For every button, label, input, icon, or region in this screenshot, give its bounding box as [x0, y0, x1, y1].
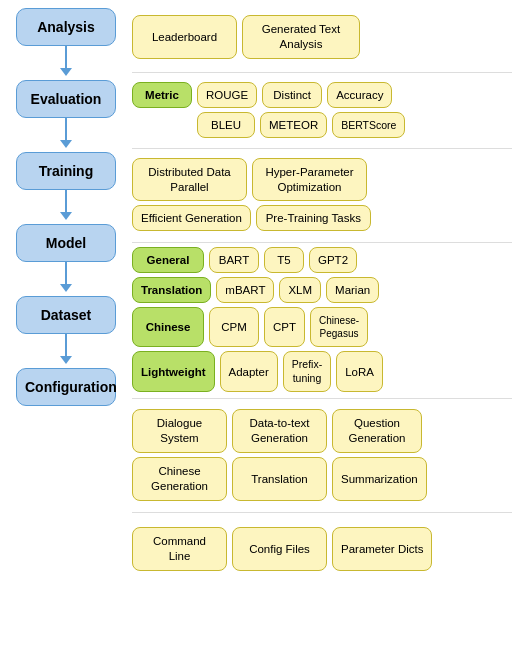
tag-command-line[interactable]: CommandLine — [132, 527, 227, 571]
evaluation-section: Metric ROUGE Distinct Accuracy Metric BL… — [132, 77, 512, 149]
evaluation-row-2: Metric BLEU METEOR BERTScore — [132, 112, 512, 138]
tag-chinese-pegasus[interactable]: Chinese-Pegasus — [310, 307, 368, 347]
tag-hyper-parameter-optimization[interactable]: Hyper-ParameterOptimization — [252, 158, 367, 202]
model-row-1: General BART T5 GPT2 — [132, 247, 512, 273]
dataset-row-1: DialogueSystem Data-to-textGeneration Qu… — [132, 409, 512, 453]
tag-chinese-generation[interactable]: ChineseGeneration — [132, 457, 227, 501]
tag-translation[interactable]: Translation — [132, 277, 211, 303]
tag-distinct[interactable]: Distinct — [262, 82, 322, 108]
left-column: Analysis Evaluation Training Model — [6, 8, 126, 591]
tag-leaderboard[interactable]: Leaderboard — [132, 15, 237, 59]
tag-cpt[interactable]: CPT — [264, 307, 305, 347]
model-row-4: Lightweight Adapter Prefix-tuning LoRA — [132, 351, 512, 392]
tag-lora[interactable]: LoRA — [336, 351, 383, 392]
tag-accuracy[interactable]: Accuracy — [327, 82, 392, 108]
training-row-1: Distributed DataParallel Hyper-Parameter… — [132, 158, 512, 202]
tag-parameter-dicts[interactable]: Parameter Dicts — [332, 527, 432, 571]
tag-t5[interactable]: T5 — [264, 247, 304, 273]
tag-xlm[interactable]: XLM — [279, 277, 321, 303]
arrow — [60, 140, 72, 148]
connector-line — [65, 334, 67, 356]
tag-summarization[interactable]: Summarization — [332, 457, 427, 501]
tag-dialogue-system[interactable]: DialogueSystem — [132, 409, 227, 453]
tag-chinese[interactable]: Chinese — [132, 307, 204, 347]
tag-config-files[interactable]: Config Files — [232, 527, 327, 571]
training-section: Distributed DataParallel Hyper-Parameter… — [132, 153, 512, 243]
tag-meteor[interactable]: METEOR — [260, 112, 327, 138]
arrow — [60, 68, 72, 76]
tag-translation[interactable]: Translation — [232, 457, 327, 501]
tag-cpm[interactable]: CPM — [209, 307, 259, 347]
tag-efficient-generation[interactable]: Efficient Generation — [132, 205, 251, 231]
tag-lightweight[interactable]: Lightweight — [132, 351, 215, 392]
right-column: Leaderboard Generated TextAnalysis Metri… — [132, 8, 512, 591]
model-section: General BART T5 GPT2 Translation mBART X… — [132, 247, 512, 399]
tag-general[interactable]: General — [132, 247, 204, 273]
connector-line — [65, 46, 67, 68]
dataset-section: DialogueSystem Data-to-textGeneration Qu… — [132, 403, 512, 513]
model-row-2: Translation mBART XLM Marian — [132, 277, 512, 303]
analysis-row: Leaderboard Generated TextAnalysis — [132, 15, 512, 59]
analysis-section: Leaderboard Generated TextAnalysis — [132, 8, 512, 73]
analysis-box: Analysis — [16, 8, 116, 46]
model-box: Model — [16, 224, 116, 262]
tag-prefix-tuning[interactable]: Prefix-tuning — [283, 351, 331, 392]
tag-bleu[interactable]: BLEU — [197, 112, 255, 138]
arrow — [60, 212, 72, 220]
connector-line — [65, 118, 67, 140]
configuration-row-1: CommandLine Config Files Parameter Dicts — [132, 527, 512, 571]
tag-mbart[interactable]: mBART — [216, 277, 274, 303]
arrow — [60, 284, 72, 292]
tag-adapter[interactable]: Adapter — [220, 351, 278, 392]
tag-question-generation[interactable]: QuestionGeneration — [332, 409, 422, 453]
tag-distributed-data-parallel[interactable]: Distributed DataParallel — [132, 158, 247, 202]
tag-metric[interactable]: Metric — [132, 82, 192, 108]
dataset-row-2: ChineseGeneration Translation Summarizat… — [132, 457, 512, 501]
configuration-box: Configuration — [16, 368, 116, 406]
tag-generated-text-analysis[interactable]: Generated TextAnalysis — [242, 15, 360, 59]
tag-data-to-text-generation[interactable]: Data-to-textGeneration — [232, 409, 327, 453]
tag-marian[interactable]: Marian — [326, 277, 379, 303]
tag-bart[interactable]: BART — [209, 247, 259, 273]
tag-gpt2[interactable]: GPT2 — [309, 247, 357, 273]
connector-line — [65, 190, 67, 212]
dataset-box: Dataset — [16, 296, 116, 334]
main-container: Analysis Evaluation Training Model — [0, 0, 518, 599]
model-row-3: Chinese CPM CPT Chinese-Pegasus — [132, 307, 512, 347]
training-row-2: Efficient Generation Pre-Training Tasks — [132, 205, 512, 231]
tag-pre-training-tasks[interactable]: Pre-Training Tasks — [256, 205, 371, 231]
evaluation-row-1: Metric ROUGE Distinct Accuracy — [132, 82, 512, 108]
tag-bertscore[interactable]: BERTScore — [332, 112, 405, 138]
evaluation-box: Evaluation — [16, 80, 116, 118]
training-box: Training — [16, 152, 116, 190]
tag-rouge[interactable]: ROUGE — [197, 82, 257, 108]
connector-line — [65, 262, 67, 284]
arrow — [60, 356, 72, 364]
configuration-section: CommandLine Config Files Parameter Dicts — [132, 517, 512, 587]
